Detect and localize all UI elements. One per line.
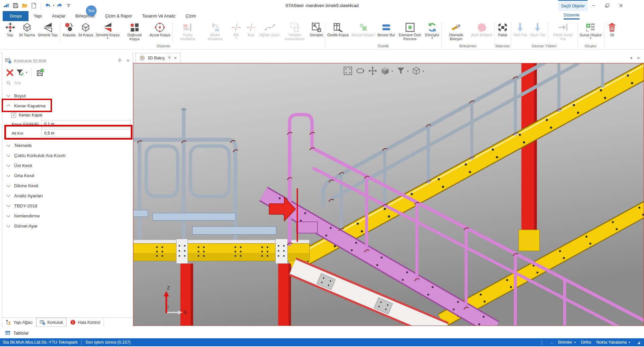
chevron-down-icon[interactable]: ▾ <box>391 69 393 73</box>
zoom-extents-icon[interactable] <box>343 66 353 76</box>
kenari-kapat-checkbox[interactable]: ✓ <box>11 113 16 118</box>
save-report-icon[interactable] <box>36 68 44 77</box>
undo-icon[interactable] <box>45 2 51 9</box>
tables-row[interactable]: Tablolar <box>0 328 644 338</box>
ribbon-button-otomatik-birlesim[interactable]: Otomatik Birleşim <box>442 22 470 41</box>
ribbon-tab-cizim-rapor[interactable]: Çizim & Rapor <box>100 11 137 21</box>
bolt <box>361 230 363 233</box>
orbit-icon[interactable] <box>356 66 365 76</box>
panel-tab-yapi-agaci[interactable]: Yapı Ağacı <box>2 318 36 327</box>
status-ortho[interactable]: Ortho <box>581 340 591 345</box>
ribbon-button-genislet[interactable]: Genişlet <box>309 22 324 37</box>
status-dots[interactable]: .. <box>551 340 553 345</box>
contextual-tab-secili-objeler[interactable]: Seçili Objeler <box>558 0 588 11</box>
status-point-snap[interactable]: Nokta Yakalama▾ <box>596 340 630 345</box>
panel-section-i-simlendirme[interactable]: İsimlendirme <box>2 211 133 221</box>
panel-section-kenar-kapatma[interactable]: Kenar Kapatma <box>2 101 133 111</box>
panel-section-tekmelik[interactable]: Tekmelik <box>2 140 133 150</box>
surface-align-icon <box>182 22 193 33</box>
undo-dropdown-icon[interactable]: ▾ <box>53 4 54 7</box>
panel-section-dikme-kesit[interactable]: Dikme Kesit <box>2 181 133 191</box>
mirror-icon <box>43 22 53 33</box>
bolt <box>283 255 285 257</box>
ribbon-button-patlat[interactable]: Patlat <box>495 22 510 37</box>
clear-selection-icon[interactable] <box>6 68 14 77</box>
close-button[interactable] <box>615 0 626 11</box>
panel-section-gorsel-ayar[interactable]: Görsel Ayar <box>2 221 133 231</box>
pan-icon[interactable] <box>368 66 377 76</box>
ribbon-button-3d-tasima[interactable]: 3d Taşıma <box>17 22 36 37</box>
filter-view-icon[interactable] <box>396 66 406 76</box>
panel-section-boyut[interactable]: Boyut <box>2 91 133 101</box>
ribbon-button-simetrik-kopya[interactable]: Simetrik Kopya▾ <box>94 22 121 40</box>
open-folder-icon[interactable] <box>21 2 28 9</box>
view-cube-icon[interactable] <box>380 66 390 76</box>
extend-icon <box>311 22 322 33</box>
tab-duzenle[interactable]: Düzenle <box>564 12 580 19</box>
redo-icon[interactable] <box>56 2 63 9</box>
ribbon-button-sil[interactable]: Sil <box>605 22 620 37</box>
status-separator <box>81 340 82 345</box>
ribbon-button-simetrik-tasi[interactable]: Simetrik Taşı <box>36 22 59 37</box>
connection-plate[interactable] <box>275 239 287 264</box>
customize-toolbar-icon[interactable] <box>65 2 72 9</box>
panel-section-orta-kesit[interactable]: Orta Kesit <box>2 170 133 181</box>
panel-section-analiz-ayarlari[interactable]: Analiz Ayarları <box>2 191 133 201</box>
panel-section-coklu-korkuluk-ara-kisim[interactable]: Çoklu Korkuluk Ara Kısım <box>2 150 133 160</box>
chevron-down-icon[interactable]: ▾ <box>423 69 424 73</box>
ribbon-button-dogrusal-kopya[interactable]: Doğrusal Kopya <box>121 22 148 41</box>
ribbon-button-donustur[interactable]: Dönüştür▾ <box>424 22 441 40</box>
pin-icon[interactable] <box>167 56 172 60</box>
save-icon[interactable] <box>12 2 19 9</box>
ribbon-tab-tasarim-ve-analiz[interactable]: Tasarım Ve Analiz <box>137 11 180 21</box>
chevron-down-icon <box>6 183 10 187</box>
ribbon-tab-araclar[interactable]: Araçlar <box>47 11 70 21</box>
pin-icon[interactable] <box>117 58 122 63</box>
ribbon-button-kopyala[interactable]: Kopyala <box>61 22 77 37</box>
platform-beam[interactable] <box>133 239 309 264</box>
axonometric-view-icon[interactable] <box>412 66 421 76</box>
viewport-canvas[interactable]: Y Z X ▾ ▾ ▾ <box>133 63 644 326</box>
close-view-icon[interactable]: × <box>637 55 640 61</box>
restore-button[interactable] <box>602 0 612 11</box>
panel-tab-hata-kontrol[interactable]: Hata Kontrol <box>67 318 104 327</box>
viewport-tab-3d-bakis[interactable]: 3D Bakış × <box>136 53 180 63</box>
ribbon-tab-row: DosyaYapıAraçlarBirleşimlerÇizim & Rapor… <box>0 11 644 21</box>
panel-section-tbdy-2018[interactable]: TBDY-2018 <box>2 201 133 211</box>
ribbon-button-ozellik-kopya[interactable]: Özellik Kopya <box>326 22 350 37</box>
ribbon-button-elemane-ozel-pencere[interactable]: Elemane Özel Pencere <box>396 22 424 41</box>
ribbon-tab-cizim[interactable]: Çizim <box>180 11 201 21</box>
ribbon-button-gurup-olustur[interactable]: Gurup Oluştur▾ <box>578 22 603 40</box>
filter-icon[interactable] <box>16 68 24 77</box>
panel-tab-korkuluk[interactable]: Korkuluk <box>36 318 67 327</box>
bolt <box>184 250 185 252</box>
chevron-down-icon <box>6 143 10 147</box>
panel-section-ust-kesit[interactable]: Üst Kesit <box>2 160 133 170</box>
chevron-down-icon[interactable]: ▾ <box>407 69 409 73</box>
ribbon-tab-yapi[interactable]: Yapı <box>29 11 47 21</box>
ribbon-button-3d-kopya[interactable]: 3d Kopya <box>77 22 94 37</box>
ribbon-button-tasi[interactable]: Taşı <box>3 22 17 37</box>
bolt <box>453 308 455 310</box>
resize-grip[interactable]: ◢ <box>637 340 640 345</box>
alt-kot-input[interactable] <box>41 129 131 137</box>
ribbon-button-benzer-bul[interactable]: Benzer Bul <box>376 22 396 37</box>
close-icon[interactable]: × <box>174 55 177 61</box>
3d-scene[interactable]: Y Z X <box>133 63 644 326</box>
new-file-icon[interactable] <box>31 2 37 9</box>
status-units[interactable]: Birimler▾ <box>558 340 576 345</box>
ribbon-tab-dosya[interactable]: Dosya <box>3 11 29 21</box>
search-input[interactable] <box>14 81 129 85</box>
chevron-down-icon[interactable]: ▾ <box>26 71 28 74</box>
minimize-button[interactable] <box>588 0 599 11</box>
ribbon-group-separator <box>604 23 604 48</box>
close-icon[interactable]: × <box>126 58 129 64</box>
tab-list-dropdown-icon[interactable]: ▾ <box>630 56 632 60</box>
connection-plate[interactable] <box>176 239 188 264</box>
bolt <box>203 255 205 257</box>
kenar-egrilik-input[interactable] <box>41 120 131 128</box>
snap-label: Nokta Yakalama <box>596 340 627 345</box>
ribbon-button-acisal-kopya[interactable]: Açısal Kopya <box>148 22 171 37</box>
property-copy-icon <box>333 22 343 33</box>
status-separator <box>542 340 542 345</box>
